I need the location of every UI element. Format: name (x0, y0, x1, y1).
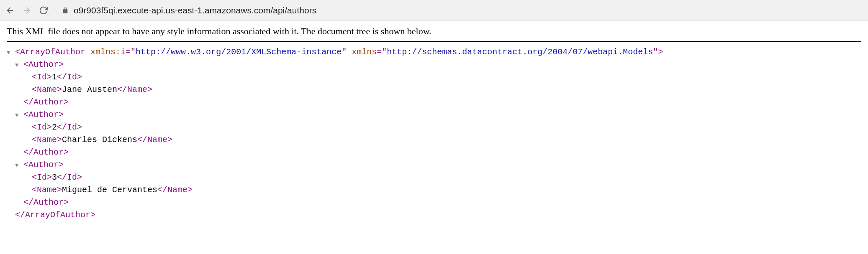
back-button[interactable] (5, 5, 15, 15)
reload-button[interactable] (39, 5, 49, 15)
xml-id-element: <Id>3</Id> (7, 171, 861, 184)
browser-toolbar: o9r903f5qi.execute-api.us-east-1.amazona… (0, 0, 868, 21)
address-bar[interactable]: o9r903f5qi.execute-api.us-east-1.amazona… (55, 3, 863, 18)
lock-icon (62, 7, 69, 14)
xml-notice: This XML file does not appear to have an… (7, 26, 861, 42)
xml-author-open: ▼ <Author> (7, 159, 861, 171)
xml-author-close: </Author> (7, 196, 861, 209)
xml-name-element: <Name>Charles Dickens</Name> (7, 134, 861, 146)
xml-author-open: ▼ <Author> (7, 109, 861, 121)
toggle-icon[interactable]: ▼ (15, 61, 22, 70)
xml-name-element: <Name>Miguel de Cervantes</Name> (7, 184, 861, 196)
xml-author-open: ▼ <Author> (7, 58, 861, 71)
xml-name-element: <Name>Jane Austen</Name> (7, 84, 861, 96)
xml-id-element: <Id>1</Id> (7, 71, 861, 84)
toggle-icon[interactable]: ▼ (7, 48, 13, 57)
url-text: o9r903f5qi.execute-api.us-east-1.amazona… (74, 5, 316, 15)
xml-root-open: ▼ <ArrayOfAuthor xmlns:i="http://www.w3.… (7, 46, 861, 58)
toggle-icon[interactable]: ▼ (15, 161, 22, 170)
xml-tree: ▼ <ArrayOfAuthor xmlns:i="http://www.w3.… (7, 46, 861, 221)
forward-button[interactable] (22, 5, 32, 15)
xml-id-element: <Id>2</Id> (7, 121, 861, 134)
xml-author-close: </Author> (7, 96, 861, 109)
xml-author-close: </Author> (7, 146, 861, 159)
toggle-icon[interactable]: ▼ (15, 111, 22, 120)
xml-root-close: </ArrayOfAuthor> (7, 209, 861, 221)
content-area: This XML file does not appear to have an… (0, 21, 868, 226)
